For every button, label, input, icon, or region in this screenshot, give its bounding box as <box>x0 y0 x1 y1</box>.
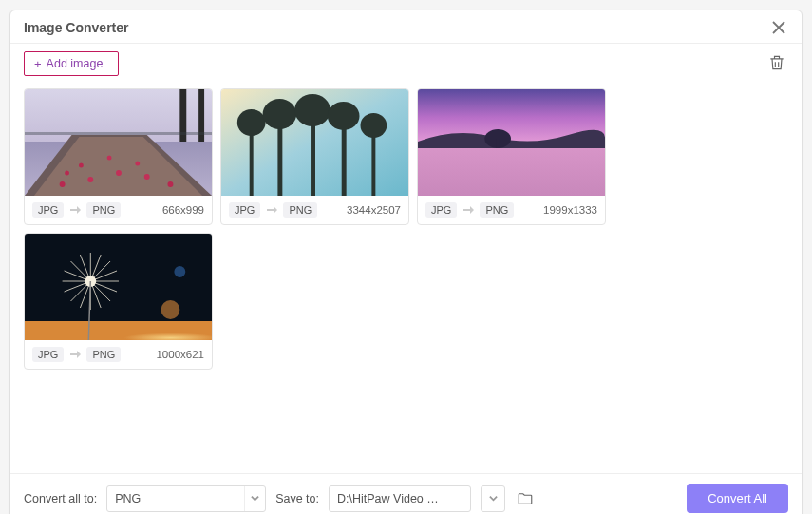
svg-rect-30 <box>418 146 605 196</box>
output-format-value: PNG <box>115 492 141 505</box>
image-card[interactable]: JPG PNG 3344x2507 <box>220 88 409 225</box>
svg-rect-19 <box>250 132 254 196</box>
arrow-right-icon <box>266 204 277 216</box>
svg-point-7 <box>87 177 93 182</box>
image-converter-window: Image Converter + Add image <box>9 10 803 514</box>
open-folder-button[interactable] <box>515 488 536 509</box>
output-format-select[interactable]: PNG <box>106 485 266 512</box>
image-thumbnail <box>418 89 605 196</box>
arrow-right-icon <box>69 349 81 360</box>
svg-point-13 <box>65 171 69 176</box>
save-path-dropdown[interactable] <box>481 485 505 512</box>
svg-point-20 <box>237 109 266 136</box>
save-path-value: D:\HitPaw Video Conve... <box>337 492 446 505</box>
image-thumbnail <box>25 89 212 196</box>
arrow-right-icon <box>69 204 81 216</box>
svg-rect-34 <box>25 321 212 340</box>
save-to-label: Save to: <box>275 492 319 505</box>
target-format-badge[interactable]: PNG <box>86 347 121 362</box>
image-grid: JPG PNG 666x999 J <box>10 84 802 473</box>
image-card[interactable]: JPG PNG 1000x621 <box>24 233 213 370</box>
svg-point-12 <box>107 156 112 161</box>
image-dimensions: 3344x2507 <box>347 204 401 216</box>
plus-icon: + <box>34 58 42 70</box>
target-format-badge[interactable]: PNG <box>86 202 121 218</box>
svg-point-22 <box>263 99 297 129</box>
image-card[interactable]: JPG PNG 1999x1333 <box>417 88 606 225</box>
svg-rect-25 <box>342 127 347 196</box>
image-dimensions: 666x999 <box>162 204 204 216</box>
svg-point-8 <box>116 170 122 176</box>
svg-point-24 <box>294 94 330 126</box>
svg-rect-32 <box>496 139 499 148</box>
svg-point-14 <box>135 162 140 166</box>
source-format-badge: JPG <box>32 347 64 362</box>
image-dimensions: 1999x1333 <box>543 204 597 216</box>
svg-point-35 <box>161 300 180 319</box>
chevron-down-icon <box>244 486 265 511</box>
image-card[interactable]: JPG PNG 666x999 <box>24 88 213 225</box>
image-thumbnail <box>221 89 408 196</box>
source-format-badge: JPG <box>32 202 64 218</box>
arrow-right-icon <box>463 204 474 216</box>
svg-point-11 <box>167 181 173 187</box>
trash-icon <box>767 53 786 72</box>
svg-rect-17 <box>25 132 212 135</box>
delete-button[interactable] <box>767 53 788 74</box>
window-title: Image Converter <box>24 20 128 35</box>
svg-point-26 <box>328 102 360 130</box>
convert-all-button[interactable]: Convert All <box>687 484 788 513</box>
source-format-badge: JPG <box>229 202 260 218</box>
close-button[interactable] <box>769 18 788 37</box>
card-footer: JPG PNG 1000x621 <box>25 340 212 369</box>
add-image-button[interactable]: + Add image <box>24 51 119 76</box>
convert-all-to-label: Convert all to: <box>24 492 97 505</box>
card-footer: JPG PNG 3344x2507 <box>221 196 408 224</box>
target-format-badge[interactable]: PNG <box>283 202 317 218</box>
save-path-select[interactable]: D:\HitPaw Video Conve... <box>329 485 471 512</box>
toolbar: + Add image <box>10 44 802 84</box>
svg-rect-23 <box>311 123 315 196</box>
svg-point-36 <box>174 266 185 277</box>
svg-point-28 <box>361 113 387 138</box>
titlebar: Image Converter <box>10 10 802 44</box>
chevron-down-icon <box>482 494 503 503</box>
add-image-label: Add image <box>47 57 104 70</box>
folder-icon <box>517 490 534 507</box>
source-format-badge: JPG <box>425 202 457 218</box>
svg-point-6 <box>60 181 66 187</box>
card-footer: JPG PNG 1999x1333 <box>418 196 605 224</box>
image-dimensions: 1000x621 <box>156 349 204 360</box>
close-icon <box>772 21 785 34</box>
footer-bar: Convert all to: PNG Save to: D:\HitPaw V… <box>10 473 802 514</box>
svg-rect-21 <box>277 125 282 196</box>
svg-point-9 <box>79 163 84 168</box>
svg-point-10 <box>144 174 150 180</box>
image-thumbnail <box>25 234 212 340</box>
svg-rect-27 <box>371 135 375 196</box>
card-footer: JPG PNG 666x999 <box>25 196 212 224</box>
target-format-badge[interactable]: PNG <box>480 202 514 218</box>
